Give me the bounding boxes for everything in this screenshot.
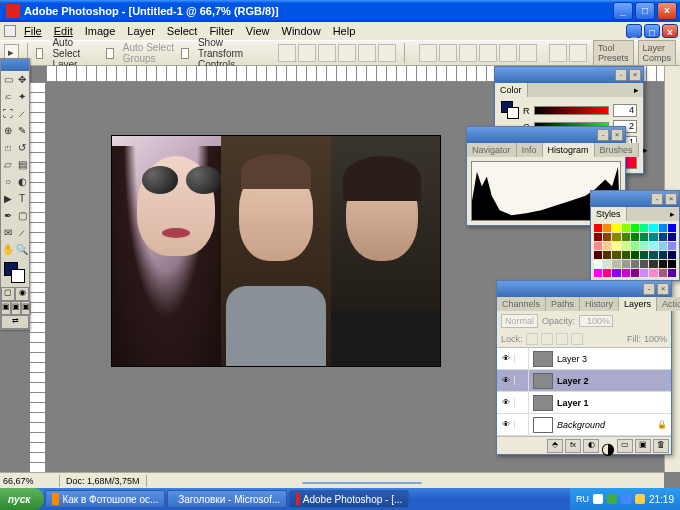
- swatch[interactable]: [612, 224, 620, 232]
- history-brush-tool[interactable]: ↺: [15, 139, 29, 156]
- swatch[interactable]: [668, 233, 676, 241]
- swatch[interactable]: [640, 224, 648, 232]
- panel-menu-icon[interactable]: ▸: [666, 207, 679, 221]
- align-icon[interactable]: [298, 44, 316, 62]
- blend-mode-select[interactable]: Normal: [501, 314, 538, 328]
- auto-select-layer-checkbox[interactable]: [36, 48, 43, 59]
- tab-color[interactable]: Color: [495, 83, 528, 97]
- swatch[interactable]: [659, 269, 667, 277]
- bridge-icon[interactable]: [569, 44, 587, 62]
- tab-styles[interactable]: Styles: [591, 207, 627, 221]
- swatch[interactable]: [649, 224, 657, 232]
- swatch[interactable]: [612, 260, 620, 268]
- path-selection-tool[interactable]: ▶: [1, 190, 15, 207]
- swatch[interactable]: [603, 269, 611, 277]
- zoom-tool[interactable]: 🔍: [15, 241, 29, 258]
- swatch[interactable]: [659, 224, 667, 232]
- swatch[interactable]: [622, 251, 630, 259]
- group-icon[interactable]: ▭: [617, 439, 633, 453]
- swatch[interactable]: [631, 269, 639, 277]
- clock[interactable]: 21:19: [649, 494, 674, 505]
- swatch[interactable]: [612, 242, 620, 250]
- color-swatches[interactable]: [1, 258, 29, 287]
- start-button[interactable]: пуск: [0, 488, 44, 510]
- brush-tool[interactable]: ✎: [15, 122, 29, 139]
- r-value[interactable]: 4: [613, 104, 637, 117]
- minimize-button[interactable]: _: [613, 2, 633, 20]
- layer-style-icon[interactable]: fx: [565, 439, 581, 453]
- align-icon[interactable]: [378, 44, 396, 62]
- auto-select-groups-checkbox[interactable]: [106, 48, 113, 59]
- lock-position-icon[interactable]: [556, 333, 568, 345]
- lock-all-icon[interactable]: [571, 333, 583, 345]
- visibility-icon[interactable]: 👁: [497, 376, 515, 385]
- tray-icon[interactable]: [593, 494, 603, 504]
- distribute-icon[interactable]: [419, 44, 437, 62]
- zoom-level[interactable]: 66,67%: [0, 475, 60, 487]
- layer-thumbnail[interactable]: [533, 351, 553, 367]
- layer-name[interactable]: Background: [557, 420, 657, 430]
- close-button[interactable]: ×: [657, 2, 677, 20]
- swatch[interactable]: [631, 233, 639, 241]
- swatch[interactable]: [594, 251, 602, 259]
- distribute-icon[interactable]: [439, 44, 457, 62]
- tab-paths[interactable]: Paths: [546, 297, 580, 311]
- swatch[interactable]: [631, 260, 639, 268]
- panel-close-icon[interactable]: ×: [665, 193, 677, 205]
- imageready-icon[interactable]: ⇄: [1, 315, 29, 329]
- distribute-icon[interactable]: [459, 44, 477, 62]
- visibility-icon[interactable]: 👁: [497, 354, 515, 363]
- screen-mode-1[interactable]: ▣: [1, 301, 11, 315]
- swatch[interactable]: [649, 260, 657, 268]
- layer-row[interactable]: 👁 Layer 3: [497, 348, 671, 370]
- r-slider[interactable]: [534, 106, 610, 115]
- layer-row[interactable]: 👁 Layer 1: [497, 392, 671, 414]
- adjustment-layer-icon[interactable]: ◑: [601, 439, 615, 452]
- notes-tool[interactable]: ✉: [1, 224, 15, 241]
- swatch[interactable]: [603, 251, 611, 259]
- swatch[interactable]: [612, 269, 620, 277]
- layer-name[interactable]: Layer 1: [557, 398, 657, 408]
- doc-restore-button[interactable]: □: [644, 24, 660, 38]
- well-tool-presets[interactable]: Tool Presets: [593, 40, 634, 66]
- screen-mode-2[interactable]: ▣: [11, 301, 21, 315]
- panel-menu-icon[interactable]: ▸: [639, 143, 652, 157]
- panel-close-icon[interactable]: ×: [629, 69, 641, 81]
- lock-image-icon[interactable]: [541, 333, 553, 345]
- well-layer-comps[interactable]: Layer Comps: [638, 40, 677, 66]
- delete-layer-icon[interactable]: 🗑: [653, 439, 669, 453]
- doc-size[interactable]: Doc: 1,68M/3,75M: [60, 475, 147, 487]
- hand-tool[interactable]: ✋: [1, 241, 15, 258]
- swatch[interactable]: [622, 260, 630, 268]
- histogram-panel-titlebar[interactable]: - ×: [467, 127, 625, 143]
- maximize-button[interactable]: □: [635, 2, 655, 20]
- swatch[interactable]: [659, 251, 667, 259]
- swatch[interactable]: [668, 224, 676, 232]
- taskbar-app-2[interactable]: Заголовки - Microsof...: [167, 490, 287, 508]
- eyedropper-tool[interactable]: ⟋: [15, 224, 29, 241]
- tray-icon[interactable]: [621, 494, 631, 504]
- swatch[interactable]: [631, 242, 639, 250]
- tab-layers[interactable]: Layers: [619, 297, 657, 311]
- panel-close-icon[interactable]: ×: [611, 129, 623, 141]
- menu-help[interactable]: Help: [327, 23, 362, 39]
- canvas[interactable]: [112, 136, 440, 366]
- swatch[interactable]: [603, 224, 611, 232]
- swatch[interactable]: [668, 269, 676, 277]
- panel-minimize-icon[interactable]: -: [643, 283, 655, 295]
- distribute-icon[interactable]: [479, 44, 497, 62]
- swatch[interactable]: [594, 269, 602, 277]
- swatch[interactable]: [649, 269, 657, 277]
- opacity-value[interactable]: 100%: [579, 315, 613, 327]
- swatch[interactable]: [640, 269, 648, 277]
- swatch[interactable]: [640, 242, 648, 250]
- type-tool[interactable]: T: [15, 190, 29, 207]
- layer-thumbnail[interactable]: [533, 395, 553, 411]
- swatch[interactable]: [603, 233, 611, 241]
- doc-minimize-button[interactable]: _: [626, 24, 642, 38]
- swatch[interactable]: [659, 233, 667, 241]
- dodge-tool[interactable]: ◐: [15, 173, 29, 190]
- layer-row[interactable]: 👁 Background 🔒: [497, 414, 671, 436]
- tab-info[interactable]: Info: [517, 143, 543, 157]
- menu-layer[interactable]: Layer: [121, 23, 161, 39]
